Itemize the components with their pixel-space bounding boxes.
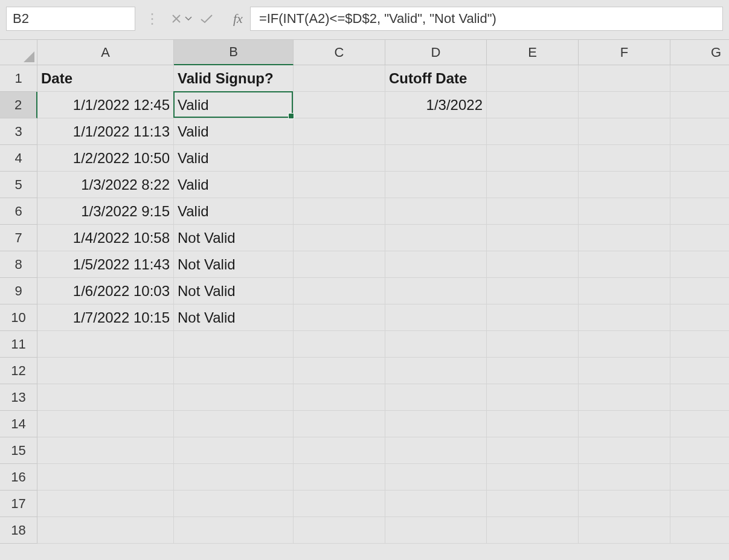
cell-E17[interactable] [487,491,579,517]
cell-D9[interactable] [385,278,487,304]
cell-C18[interactable] [294,517,385,544]
cell-C1[interactable] [294,65,385,92]
cell-E13[interactable] [487,384,579,411]
cell-C10[interactable] [294,304,385,331]
cell-B5[interactable]: Valid [174,172,294,198]
cell-B3[interactable]: Valid [174,118,294,145]
row-header-11[interactable]: 11 [0,331,37,358]
row-header-9[interactable]: 9 [0,278,37,304]
cell-A14[interactable] [37,411,174,437]
cell-G13[interactable] [670,384,729,411]
enter-icon[interactable] [199,11,214,26]
cell-F16[interactable] [579,464,670,491]
cell-G12[interactable] [670,358,729,384]
cell-D5[interactable] [385,172,487,198]
col-header-B[interactable]: B [174,40,294,65]
cell-B16[interactable] [174,464,294,491]
cell-F1[interactable] [579,65,670,92]
col-header-F[interactable]: F [579,40,670,65]
cell-A7[interactable]: 1/4/2022 10:58 [37,225,174,251]
cell-C8[interactable] [294,251,385,278]
select-all-corner[interactable] [0,40,37,65]
cell-E15[interactable] [487,437,579,464]
cell-E1[interactable] [487,65,579,92]
cell-D3[interactable] [385,118,487,145]
cell-C5[interactable] [294,172,385,198]
row-header-14[interactable]: 14 [0,411,37,437]
cell-E6[interactable] [487,198,579,225]
row-header-8[interactable]: 8 [0,251,37,278]
cell-E16[interactable] [487,464,579,491]
cell-E9[interactable] [487,278,579,304]
col-header-G[interactable]: G [670,40,729,65]
cell-B18[interactable] [174,517,294,544]
row-header-7[interactable]: 7 [0,225,37,251]
cell-C3[interactable] [294,118,385,145]
row-header-2[interactable]: 2 [0,92,37,118]
cell-G7[interactable] [670,225,729,251]
cell-B1[interactable]: Valid Signup? [174,65,294,92]
cell-D16[interactable] [385,464,487,491]
cell-G3[interactable] [670,118,729,145]
cell-A1[interactable]: Date [37,65,174,92]
cell-G14[interactable] [670,411,729,437]
row-header-5[interactable]: 5 [0,172,37,198]
cell-G15[interactable] [670,437,729,464]
cell-D12[interactable] [385,358,487,384]
cell-C4[interactable] [294,145,385,172]
cell-B7[interactable]: Not Valid [174,225,294,251]
cell-D1[interactable]: Cutoff Date [385,65,487,92]
cell-D8[interactable] [385,251,487,278]
cell-A11[interactable] [37,331,174,358]
cell-C6[interactable] [294,198,385,225]
cell-F8[interactable] [579,251,670,278]
cell-A16[interactable] [37,464,174,491]
col-header-E[interactable]: E [487,40,579,65]
cell-B17[interactable] [174,491,294,517]
row-header-3[interactable]: 3 [0,118,37,145]
row-header-4[interactable]: 4 [0,145,37,172]
cell-C9[interactable] [294,278,385,304]
cell-F3[interactable] [579,118,670,145]
row-header-15[interactable]: 15 [0,437,37,464]
cell-E4[interactable] [487,145,579,172]
cell-E7[interactable] [487,225,579,251]
cell-G1[interactable] [670,65,729,92]
col-header-A[interactable]: A [37,40,174,65]
cell-A10[interactable]: 1/7/2022 10:15 [37,304,174,331]
cell-A13[interactable] [37,384,174,411]
cell-F17[interactable] [579,491,670,517]
cell-C11[interactable] [294,331,385,358]
cell-D11[interactable] [385,331,487,358]
cell-D6[interactable] [385,198,487,225]
cell-A9[interactable]: 1/6/2022 10:03 [37,278,174,304]
cell-A12[interactable] [37,358,174,384]
cell-D15[interactable] [385,437,487,464]
cell-F2[interactable] [579,92,670,118]
cell-G2[interactable] [670,92,729,118]
cell-A3[interactable]: 1/1/2022 11:13 [37,118,174,145]
cell-F14[interactable] [579,411,670,437]
cell-G11[interactable] [670,331,729,358]
cell-G16[interactable] [670,464,729,491]
cell-F4[interactable] [579,145,670,172]
cell-C15[interactable] [294,437,385,464]
cell-D13[interactable] [385,384,487,411]
cell-B14[interactable] [174,411,294,437]
formula-input[interactable]: =IF(INT(A2)<=$D$2, "Valid", "Not Valid") [250,7,723,31]
cell-A8[interactable]: 1/5/2022 11:43 [37,251,174,278]
cancel-icon[interactable] [169,11,184,26]
cell-F12[interactable] [579,358,670,384]
cell-E2[interactable] [487,92,579,118]
cell-E5[interactable] [487,172,579,198]
cell-F18[interactable] [579,517,670,544]
cell-D2[interactable]: 1/3/2022 [385,92,487,118]
cell-B4[interactable]: Valid [174,145,294,172]
cell-F11[interactable] [579,331,670,358]
cell-D4[interactable] [385,145,487,172]
row-header-6[interactable]: 6 [0,198,37,225]
cell-G6[interactable] [670,198,729,225]
cell-A6[interactable]: 1/3/2022 9:15 [37,198,174,225]
cell-F6[interactable] [579,198,670,225]
cell-A5[interactable]: 1/3/2022 8:22 [37,172,174,198]
